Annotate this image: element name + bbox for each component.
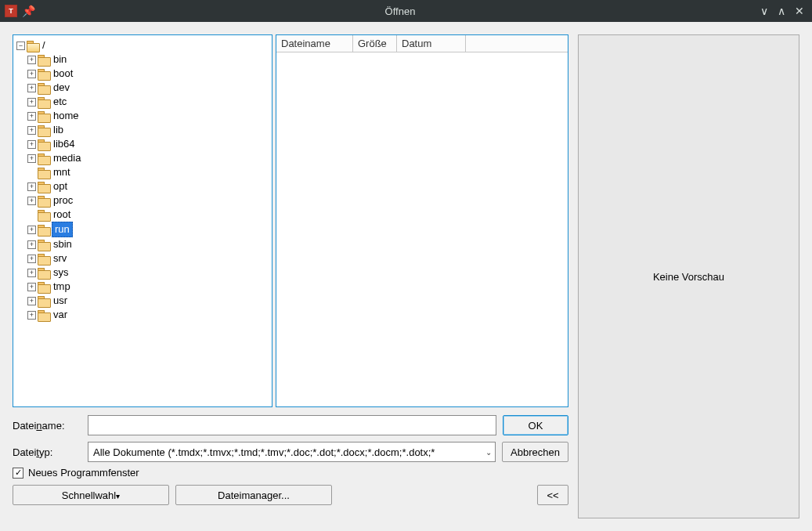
browse-panels: − / +bin+boot+dev+etc+home+lib+lib64+med… — [13, 34, 568, 407]
tree-node[interactable]: +dev — [27, 81, 270, 95]
expand-icon[interactable]: + — [27, 70, 36, 78]
col-filename[interactable]: Dateiname — [276, 35, 353, 52]
expand-icon[interactable]: + — [27, 56, 36, 64]
folder-icon — [38, 182, 50, 192]
tree-node-label: mnt — [52, 165, 72, 179]
tree-node[interactable]: +lib64 — [27, 137, 270, 151]
folder-icon — [38, 196, 50, 206]
folder-icon — [38, 69, 50, 79]
collapse-icon[interactable]: − — [16, 42, 25, 50]
expand-icon[interactable]: + — [27, 182, 36, 191]
tree-root-label: / — [41, 38, 47, 52]
tree-node-label: media — [52, 151, 82, 165]
window-title: Öffnen — [40, 5, 760, 17]
filename-label: Dateiname: — [13, 420, 81, 432]
form-rows: Dateiname: OK Dateityp: Alle Dokumente (… — [13, 415, 568, 462]
preview-panel: Keine Vorschau — [578, 34, 799, 518]
tree-node[interactable]: +home — [27, 109, 270, 123]
cancel-button[interactable]: Abbrechen — [502, 442, 568, 462]
tree-node-label: run — [52, 222, 73, 237]
left-column: − / +bin+boot+dev+etc+home+lib+lib64+med… — [13, 34, 568, 518]
filetype-row: Dateityp: Alle Dokumente (*.tmdx;*.tmvx;… — [13, 442, 568, 462]
expand-icon[interactable]: + — [27, 197, 36, 205]
tree-node[interactable]: +opt — [27, 179, 270, 193]
expander-blank — [27, 168, 36, 177]
tree-node-label: lib — [52, 123, 65, 137]
folder-icon — [38, 282, 50, 292]
col-date[interactable]: Datum — [397, 35, 466, 52]
tree-node[interactable]: +srv — [27, 251, 270, 266]
tree-node[interactable]: +etc — [27, 95, 270, 109]
dialog-content: − / +bin+boot+dev+etc+home+lib+lib64+med… — [0, 22, 812, 531]
new-window-checkbox[interactable]: ✓ — [13, 468, 23, 479]
folder-icon — [38, 168, 50, 178]
expand-icon[interactable]: + — [27, 84, 36, 92]
expand-icon[interactable]: + — [27, 226, 36, 234]
expand-icon[interactable]: + — [27, 269, 36, 277]
tree-node[interactable]: +tmp — [27, 280, 270, 294]
folder-icon — [38, 139, 50, 150]
file-manager-button[interactable]: Dateimanager... — [175, 485, 332, 505]
tree-node-label: etc — [52, 95, 68, 109]
tree-node[interactable]: root — [27, 208, 270, 222]
folder-icon — [38, 55, 50, 65]
new-window-row[interactable]: ✓ Neues Programmfenster — [13, 467, 568, 479]
folder-icon — [38, 210, 50, 220]
tree-node[interactable]: +proc — [27, 193, 270, 208]
folder-icon — [38, 310, 50, 320]
tree-node[interactable]: mnt — [27, 165, 270, 179]
filetype-label: Dateityp: — [13, 446, 81, 458]
close-icon[interactable]: ✕ — [795, 5, 804, 17]
expand-icon[interactable]: + — [27, 283, 36, 291]
col-size[interactable]: Größe — [353, 35, 397, 52]
expander-blank — [27, 211, 36, 219]
expand-icon[interactable]: + — [27, 297, 36, 305]
tree-node[interactable]: +media — [27, 151, 270, 165]
tree-node[interactable]: +run — [27, 222, 270, 237]
folder-icon — [38, 254, 50, 264]
tree-node[interactable]: +lib — [27, 123, 270, 137]
file-list[interactable]: Dateiname Größe Datum — [276, 34, 568, 407]
tree-node-label: home — [52, 109, 81, 123]
tree-node[interactable]: +sys — [27, 266, 270, 280]
expand-icon[interactable]: + — [27, 154, 36, 163]
expand-icon[interactable]: + — [27, 311, 36, 320]
tree-node[interactable]: +boot — [27, 67, 270, 81]
tree-node-label: usr — [52, 294, 69, 308]
expand-icon[interactable]: + — [27, 140, 36, 149]
folder-tree[interactable]: − / +bin+boot+dev+etc+home+lib+lib64+med… — [13, 34, 272, 407]
minimize-icon[interactable]: ∨ — [760, 5, 768, 17]
file-list-headers: Dateiname Größe Datum — [276, 35, 568, 52]
pin-icon[interactable]: 📌 — [22, 5, 35, 17]
tree-node[interactable]: +sbin — [27, 237, 270, 251]
filename-input[interactable] — [88, 415, 496, 435]
tree-root-node[interactable]: − / — [16, 38, 270, 52]
tree-node-label: sys — [52, 266, 70, 280]
expand-icon[interactable]: + — [27, 255, 36, 263]
expand-icon[interactable]: + — [27, 240, 36, 249]
folder-open-icon — [27, 41, 39, 51]
window-controls: ∨ ∧ ✕ — [760, 5, 807, 17]
folder-icon — [38, 240, 50, 250]
expand-icon[interactable]: + — [27, 126, 36, 135]
new-window-label: Neues Programmfenster — [28, 467, 139, 479]
folder-icon — [38, 97, 50, 107]
tree-node[interactable]: +bin — [27, 52, 270, 67]
folder-icon — [38, 111, 50, 121]
caret-down-icon — [116, 489, 120, 501]
expand-icon[interactable]: + — [27, 98, 36, 107]
tree-node[interactable]: +var — [27, 308, 270, 322]
tree-node-label: dev — [52, 81, 71, 95]
maximize-icon[interactable]: ∧ — [778, 5, 785, 17]
tree-node-label: root — [52, 208, 72, 222]
ok-button[interactable]: OK — [503, 415, 568, 435]
folder-icon — [38, 268, 50, 278]
filetype-select[interactable]: Alle Dokumente (*.tmdx;*.tmvx;*.tmd;*.tm… — [88, 442, 496, 462]
quick-select-button[interactable]: Schnellwahl — [13, 485, 169, 505]
folder-icon — [38, 83, 50, 93]
collapse-preview-button[interactable]: << — [537, 485, 568, 505]
open-dialog-window: T 📌 Öffnen ∨ ∧ ✕ − / — [0, 0, 812, 531]
filename-row: Dateiname: OK — [13, 415, 568, 435]
tree-node[interactable]: +usr — [27, 294, 270, 308]
expand-icon[interactable]: + — [27, 112, 36, 121]
